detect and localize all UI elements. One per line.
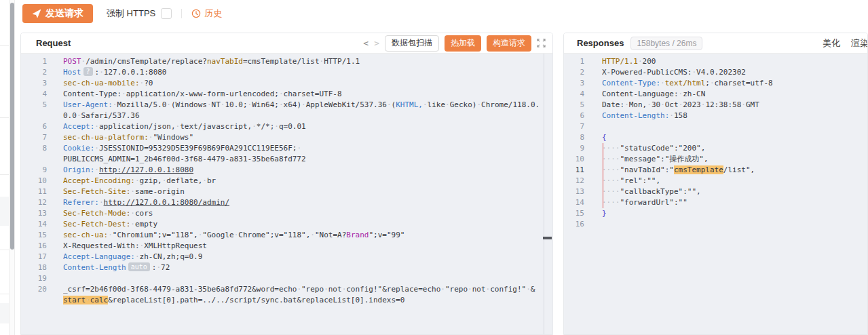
fullscreen-icon[interactable]	[537, 39, 546, 47]
line-number: 9	[564, 143, 602, 154]
force-https-label: 强制 HTTPS	[107, 7, 155, 20]
divider	[0, 45, 9, 46]
code-text: Date:·Mon,·30·Oct·2023·12:38:58·GMT	[602, 100, 867, 111]
toolbar: 发送请求 强制 HTTPS 历史	[15, 0, 868, 27]
line-number	[21, 295, 63, 306]
list-item-edge	[0, 303, 9, 323]
force-https-checkbox[interactable]	[161, 8, 172, 19]
code-text: Referer:·http://127.0.0.1:8080/admin/	[63, 197, 552, 208]
code-line: 3sec-ch-ua-mobile:·?0	[21, 78, 552, 89]
beautify-button[interactable]: 美化	[823, 37, 840, 50]
code-line: 12Referer:·http://127.0.0.1:8080/admin/	[21, 197, 552, 208]
request-panel-header: Request < > 数据包扫描 热加载 构造请求	[21, 33, 552, 54]
code-text: Cookie:·JSESSIONID=95329D5E39F69B69F0A29…	[63, 143, 552, 154]
list-item-edge	[0, 197, 9, 226]
line-number: 16	[564, 219, 602, 230]
code-line: start·calc&replaceList[0].path=../../scr…	[21, 295, 552, 306]
code-text: Accept-Encoding:·gzip,·deflate,·br	[63, 176, 552, 186]
code-text: Origin:·http://127.0.0.1:8080	[63, 165, 552, 176]
line-number: 11	[21, 186, 63, 197]
request-code-editor[interactable]: 1POST·/admin/cmsTemplate/replace?navTabI…	[21, 54, 552, 334]
code-line: 10Accept-Encoding:·gzip,·deflate,·br	[21, 176, 552, 186]
send-request-label: 发送请求	[45, 7, 83, 20]
code-line: 7	[564, 121, 867, 132]
indent-guide	[603, 186, 603, 197]
code-line: 7sec-ch-ua-platform:·"Windows"	[21, 132, 552, 143]
code-text: ····"rel":"",	[602, 176, 867, 186]
response-code-editor[interactable]: 1HTTP/1.1·2002X-Powered-PublicCMS:·V4.0.…	[564, 54, 867, 334]
response-size-badge: 158bytes / 26ms	[630, 37, 702, 50]
line-number: 15	[564, 208, 602, 219]
indent-guide	[603, 176, 603, 186]
code-text	[602, 121, 867, 132]
code-text: Sec-Fetch-Site:·same-origin	[63, 186, 552, 197]
line-number: 18	[21, 262, 63, 273]
indent-guide	[603, 154, 603, 165]
line-number: 1	[21, 56, 63, 67]
history-forward-button[interactable]: >	[374, 39, 379, 47]
code-text: Content-Length:·158	[602, 111, 867, 121]
code-text: ····"forwardUrl":""	[602, 197, 867, 208]
code-text: start·calc&replaceList[0].path=../../scr…	[63, 295, 552, 306]
send-request-button[interactable]: 发送请求	[22, 4, 93, 23]
editor-scroll-marker[interactable]	[543, 237, 552, 239]
code-text: }	[602, 208, 867, 219]
code-line: 1HTTP/1.1·200	[564, 56, 867, 67]
response-panel-header: Responses 158bytes / 26ms 美化 渲染	[564, 33, 867, 54]
line-number: 16	[21, 241, 63, 252]
line-number: 13	[564, 186, 602, 197]
hot-reload-button[interactable]: 热加载	[445, 35, 481, 52]
indent-guide	[603, 165, 603, 176]
clock-icon	[191, 9, 201, 18]
code-text: PUBLICCMS_ADMIN=1_2b46f00d-3f68-4479-a83…	[63, 154, 552, 165]
line-number: 4	[564, 89, 602, 100]
line-number: 15	[21, 230, 63, 241]
code-line: 9····"statusCode":"200",	[564, 143, 867, 154]
clipped-side-list	[0, 0, 9, 335]
code-line: 13Sec-Fetch-Mode:·cors	[21, 208, 552, 219]
page-scrollbar-thumb[interactable]	[10, 3, 14, 250]
code-text: sec-ch-ua-platform:·"Windows"	[63, 132, 552, 143]
line-number: 5	[564, 100, 602, 111]
line-number: 14	[21, 219, 63, 230]
code-line: 2Host?:·127.0.0.1:8080	[21, 67, 552, 78]
build-request-button[interactable]: 构造请求	[487, 35, 531, 52]
packet-scan-button[interactable]: 数据包扫描	[385, 35, 439, 52]
render-button[interactable]: 渲染	[851, 37, 868, 50]
code-line: 5User-Agent:·Mozilla/5.0·(Windows·NT·10.…	[21, 100, 552, 111]
code-line: 4Content-Language:·zh-CN	[564, 89, 867, 100]
inline-badge: ?	[83, 67, 93, 76]
response-panel: Responses 158bytes / 26ms 美化 渲染 1HTTP/1.…	[563, 33, 868, 335]
code-text: User-Agent:·Mozilla/5.0·(Windows·NT·10.0…	[63, 100, 552, 111]
editor-scrollbar-track[interactable]	[544, 54, 544, 334]
code-text: {	[602, 132, 867, 143]
divider	[0, 117, 9, 118]
code-line: 15sec-ch-ua:·"Chromium";v="118",·"Google…	[21, 230, 552, 241]
code-line: 5Date:·Mon,·30·Oct·2023·12:38:58·GMT	[564, 100, 867, 111]
code-line: 1POST·/admin/cmsTemplate/replace?navTabI…	[21, 56, 552, 67]
code-text: Content-Lengthauto:·72	[63, 262, 552, 273]
page-scrollbar[interactable]	[9, 0, 15, 335]
paper-plane-icon	[32, 9, 41, 18]
code-line: 2X-Powered-PublicCMS:·V4.0.202302	[564, 67, 867, 78]
code-line: 14Sec-Fetch-Dest:·empty	[21, 219, 552, 230]
request-title: Request	[36, 38, 71, 48]
code-text: Accept-Language:·zh-CN,zh;q=0.9	[63, 252, 552, 262]
code-line: 0.0·Safari/537.36	[21, 111, 552, 121]
code-text: HTTP/1.1·200	[602, 56, 867, 67]
divider	[181, 9, 182, 18]
line-number: 6	[564, 111, 602, 121]
code-line: 8{	[564, 132, 867, 143]
responses-title: Responses	[577, 38, 624, 48]
line-number: 3	[564, 78, 602, 89]
code-line: 11Sec-Fetch-Site:·same-origin	[21, 186, 552, 197]
line-number: 6	[21, 121, 63, 132]
code-text: sec-ch-ua:·"Chromium";v="118",·"Google·C…	[63, 230, 552, 241]
code-line: 3Content-Type:·text/html;·charset=utf-8	[564, 78, 867, 89]
history-button[interactable]: 历史	[191, 7, 222, 20]
code-line: 15}	[564, 208, 867, 219]
divider	[0, 174, 9, 175]
indent-guide	[603, 143, 603, 154]
history-back-button[interactable]: <	[363, 39, 369, 47]
line-number: 12	[21, 197, 63, 208]
